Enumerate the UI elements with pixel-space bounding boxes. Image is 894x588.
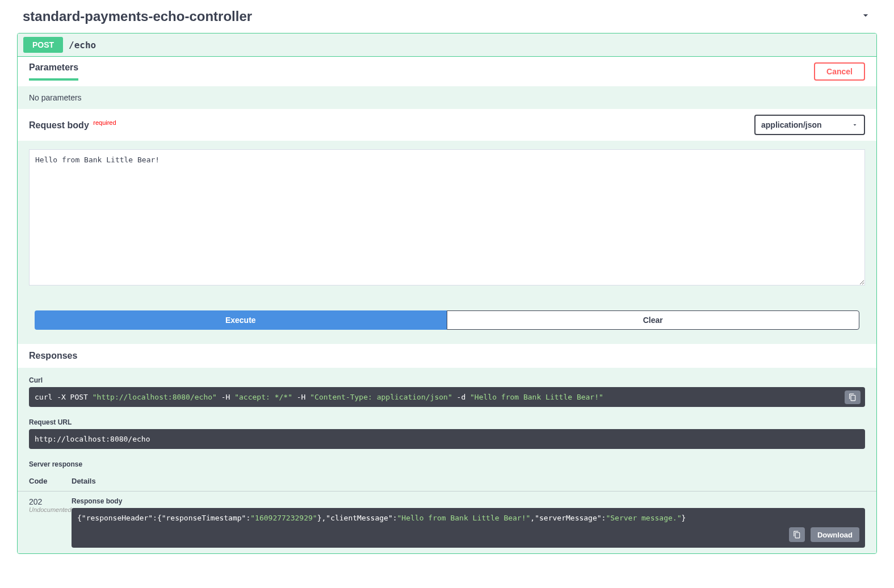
json-text: } [681,514,686,522]
response-details-cell: Response body {"responseHeader":{"respon… [72,497,865,548]
cancel-button[interactable]: Cancel [814,62,865,81]
curl-header: "Content-Type: application/json" [310,393,452,401]
curl-text: -H [217,393,234,401]
request-url-section: Request URL http://localhost:8080/echo [18,410,876,452]
parameters-tab[interactable]: Parameters [29,62,78,81]
json-text: },"clientMessage": [317,514,397,522]
request-url-label: Request URL [29,418,865,426]
json-text: ,"serverMessage": [530,514,606,522]
request-body-bar: Request body required application/json [18,109,876,141]
json-server-msg: "Server message." [606,514,681,522]
curl-url: "http://localhost:8080/echo" [93,393,217,401]
clipboard-icon [849,393,857,401]
curl-section: Curl curl -X POST "http://localhost:8080… [18,368,876,410]
clear-button[interactable]: Clear [447,310,860,330]
controller-header[interactable]: standard-payments-echo-controller [17,6,877,33]
endpoint-header[interactable]: POST /echo [18,33,876,57]
curl-command-box: curl -X POST "http://localhost:8080/echo… [29,387,865,407]
execute-button[interactable]: Execute [35,310,447,330]
undocumented-label: Undocumented [29,506,72,513]
content-type-select[interactable]: application/json [754,115,865,135]
curl-body: "Hello from Bank Little Bear!" [470,393,603,401]
server-response-section: Server response [18,452,876,468]
action-buttons: Execute Clear [18,296,876,344]
download-button[interactable]: Download [811,527,859,542]
request-url-box: http://localhost:8080/echo [29,429,865,449]
response-code-cell: 202 Undocumented [29,497,72,548]
response-body-box: {"responseHeader":{"responseTimestamp":"… [72,508,865,548]
request-body-wrap [18,141,876,296]
clipboard-icon [793,531,801,539]
response-table-header: Code Details [18,471,876,492]
copy-response-button[interactable] [789,527,805,542]
curl-header: "accept: */*" [234,393,292,401]
curl-text: -d [452,393,470,401]
curl-text: -H [292,393,310,401]
endpoint-block: POST /echo Parameters Cancel No paramete… [17,33,877,554]
response-actions: Download [789,527,859,542]
copy-curl-button[interactable] [845,390,861,404]
response-body-label: Response body [72,497,865,505]
response-row: 202 Undocumented Response body {"respons… [18,492,876,553]
parameters-bar: Parameters Cancel [18,57,876,86]
chevron-down-icon[interactable] [860,10,871,23]
no-parameters-text: No parameters [18,86,876,109]
curl-text: curl -X POST [35,393,93,401]
controller-title: standard-payments-echo-controller [23,9,252,24]
request-body-textarea[interactable] [29,149,865,285]
curl-label: Curl [29,376,865,384]
request-body-label: Request body [29,120,89,130]
responses-header: Responses [18,344,876,368]
col-details-header: Details [72,471,96,491]
json-client-msg: "Hello from Bank Little Bear!" [397,514,531,522]
server-response-label: Server response [29,460,865,468]
col-code-header: Code [29,471,72,491]
endpoint-path: /echo [69,40,96,51]
json-timestamp: "1609277232929" [250,514,317,522]
method-badge: POST [23,37,63,53]
json-text: {"responseHeader":{"responseTimestamp": [77,514,250,522]
response-code: 202 [29,497,72,506]
required-tag: required [93,119,116,126]
